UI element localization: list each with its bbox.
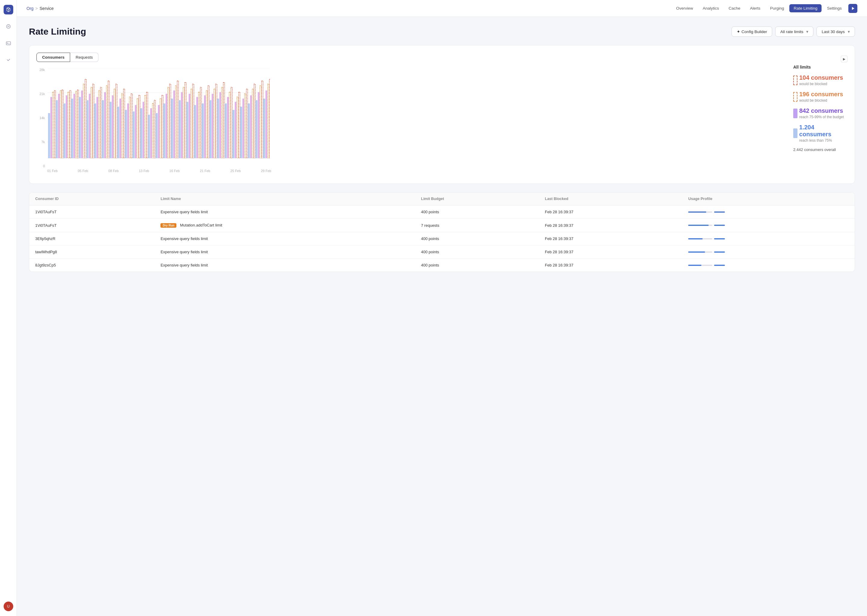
x-label-16feb: 16 Feb [169, 169, 180, 173]
y-label-28k: 28k [39, 68, 45, 72]
col-limit-name: Limit Name [154, 193, 415, 206]
cell-usage-profile [682, 245, 854, 259]
cell-consumer-id: tawIMhdPg8 [29, 245, 154, 259]
nav-settings[interactable]: Settings [823, 4, 846, 13]
breadcrumb-org[interactable]: Org [27, 6, 33, 11]
tab-consumers[interactable]: Consumers [36, 53, 70, 62]
usage-bar-background [688, 265, 712, 266]
cell-usage-profile [682, 218, 854, 232]
page-header: Rate Limiting ✦ Config Builder All rate … [29, 27, 855, 37]
cell-limit-budget: 400 points [415, 245, 539, 259]
nav-purging[interactable]: Purging [766, 4, 788, 13]
nav-cache[interactable]: Cache [724, 4, 744, 13]
last-30-days-button[interactable]: Last 30 days ▾ [817, 27, 855, 37]
svg-rect-1 [6, 42, 10, 45]
legend-item-purple: 842 consumers reach 75-99% of the budget [793, 107, 847, 119]
legend-desc-blue: reach less than 75% [799, 138, 847, 143]
cell-limit-name: Expensive query fields limit [154, 232, 415, 245]
legend-item-orange: 196 consumers would be blocked [793, 91, 847, 102]
play-button[interactable] [848, 4, 858, 13]
usage-bar-extra [714, 225, 725, 226]
cell-last-blocked: Feb 28 16:39:37 [539, 218, 682, 232]
config-builder-button[interactable]: ✦ Config Builder [731, 27, 772, 37]
table-row: 8Jgt9zsCp5 Expensive query fields limit … [29, 259, 854, 272]
content-area: Rate Limiting ✦ Config Builder All rate … [17, 17, 867, 616]
legend-title: All limits [793, 64, 847, 69]
tab-requests[interactable]: Requests [70, 53, 98, 62]
usage-bar-fill [688, 211, 706, 213]
legend-count-blue: 1.204 consumers [799, 124, 847, 138]
table-row: 1Vi0TAuFsT Expensive query fields limit … [29, 206, 854, 218]
x-label-01feb: 01 Feb [47, 169, 57, 173]
x-label-13feb: 13 Feb [139, 169, 149, 173]
cell-limit-budget: 400 points [415, 232, 539, 245]
nav-alerts[interactable]: Alerts [746, 4, 765, 13]
header: Org > Service Overview Analytics Cache A… [17, 0, 867, 17]
sidebar: U [0, 0, 17, 616]
nav-analytics[interactable]: Analytics [698, 4, 723, 13]
usage-bar-extra [714, 211, 725, 213]
usage-bar-background [688, 211, 712, 213]
cell-limit-name: Expensive query fields limit [154, 245, 415, 259]
table-card: Consumer ID Limit Name Limit Budget Last… [29, 192, 855, 272]
chevron-down-icon: ▾ [848, 29, 850, 34]
cell-consumer-id: 1Vi0TAuFsT [29, 206, 154, 218]
cell-consumer-id: 8Jgt9zsCp5 [29, 259, 154, 272]
cell-consumer-id: 3Efip5qhzR [29, 232, 154, 245]
cell-limit-budget: 400 points [415, 259, 539, 272]
cell-last-blocked: Feb 28 16:39:37 [539, 232, 682, 245]
cell-usage-profile [682, 232, 854, 245]
col-limit-budget: Limit Budget [415, 193, 539, 206]
all-rate-limits-button[interactable]: All rate limits ▾ [775, 27, 814, 37]
nav: Overview Analytics Cache Alerts Purging … [672, 4, 858, 13]
usage-bar-background [688, 225, 712, 226]
col-consumer-id: Consumer ID [29, 193, 154, 206]
table-row: 3Efip5qhzR Expensive query fields limit … [29, 232, 854, 245]
col-usage-profile: Usage Profile [682, 193, 854, 206]
table-row: 1Vi0TAuFsT Dry Run Mutation.addToCart li… [29, 218, 854, 232]
page-actions: ✦ Config Builder All rate limits ▾ Last … [731, 27, 855, 37]
user-avatar[interactable]: U [4, 602, 13, 611]
cell-usage-profile [682, 206, 854, 218]
main-content: Org > Service Overview Analytics Cache A… [17, 0, 867, 616]
cell-limit-budget: 7 requests [415, 218, 539, 232]
legend-desc-red: would be blocked [799, 82, 843, 86]
x-label-29feb: 29 Feb [261, 169, 271, 173]
col-last-blocked: Last Blocked [539, 193, 682, 206]
chevron-down-icon: ▾ [806, 29, 808, 34]
svg-point-0 [6, 25, 10, 28]
legend-total: 2.442 consumers overall [793, 148, 847, 152]
usage-bar-fill [688, 265, 701, 266]
cell-usage-profile [682, 259, 854, 272]
legend-expand-icon[interactable]: ▶ [841, 56, 847, 62]
breadcrumb-separator: > [35, 6, 38, 11]
chart-card: Consumers Requests 28k 21k 14k 7k 0 [29, 45, 855, 184]
y-label-7k: 7k [41, 140, 45, 144]
usage-bar-extra [714, 238, 725, 239]
nav-overview[interactable]: Overview [672, 4, 697, 13]
legend-item-red: 104 consumers would be blocked [793, 74, 847, 86]
legend-bar-purple [793, 108, 798, 118]
cell-consumer-id: 1Vi0TAuFsT [29, 218, 154, 232]
cell-last-blocked: Feb 28 16:39:37 [539, 245, 682, 259]
cell-last-blocked: Feb 28 16:39:37 [539, 259, 682, 272]
breadcrumb-service[interactable]: Service [40, 6, 54, 11]
usage-bar-extra [714, 251, 725, 253]
usage-bar-fill [688, 238, 703, 239]
y-label-14k: 14k [39, 116, 45, 120]
sidebar-logo[interactable] [4, 5, 13, 14]
terminal-icon[interactable] [4, 39, 13, 48]
bar-chart-canvas [47, 68, 270, 158]
ai-assist-icon[interactable] [4, 22, 13, 31]
usage-bar-extra [714, 265, 725, 266]
breadcrumb: Org > Service [27, 6, 54, 11]
x-label-25feb: 25 Feb [230, 169, 241, 173]
chart-tabs: Consumers Requests [36, 53, 271, 62]
cell-limit-name: Dry Run Mutation.addToCart limit [154, 218, 415, 232]
nav-rate-limiting[interactable]: Rate Limiting [789, 4, 821, 13]
feedback-icon[interactable] [4, 55, 13, 65]
y-label-0: 0 [43, 164, 45, 168]
x-label-08feb: 08 Feb [109, 169, 118, 173]
legend-bar-orange [793, 92, 798, 102]
x-label-05feb: 05 Feb [78, 169, 88, 173]
